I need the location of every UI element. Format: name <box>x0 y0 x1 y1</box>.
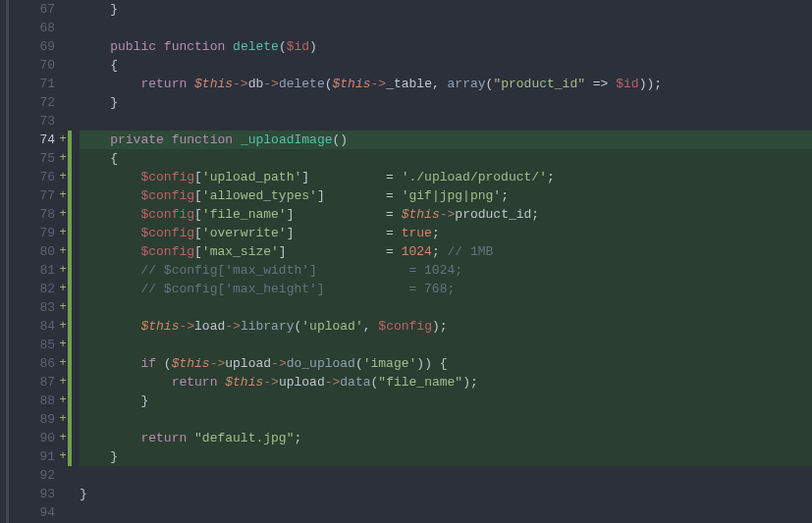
line-number[interactable]: 84 <box>9 317 56 336</box>
line-number-gutter[interactable]: 6768697071727374757677787980818283848586… <box>9 0 58 523</box>
token: product_id <box>455 205 531 224</box>
line-number[interactable]: 91 <box>9 447 56 466</box>
line-number[interactable]: 82 <box>9 280 56 298</box>
code-line[interactable]: $config['upload_path'] = './upload/produ… <box>80 168 812 186</box>
token: "file_name" <box>378 373 462 392</box>
code-line[interactable] <box>80 336 812 354</box>
code-line[interactable]: $config['allowed_types'] = 'gif|jpg|png'… <box>80 186 812 205</box>
code-line[interactable]: $config['max_size'] = 1024; // 1MB <box>80 242 812 261</box>
line-number[interactable]: 92 <box>9 466 56 485</box>
code-line[interactable]: } <box>80 392 812 410</box>
token: load <box>194 317 225 336</box>
line-number[interactable]: 89 <box>9 410 56 429</box>
line-number[interactable]: 79 <box>9 224 56 242</box>
code-line[interactable]: public function delete($id) <box>80 37 812 56</box>
code-line[interactable]: if ($this->upload->do_upload('image')) { <box>80 354 812 373</box>
token: -> <box>210 354 226 373</box>
code-line[interactable]: { <box>80 56 812 75</box>
code-line[interactable]: // $config['max_width'] = 1024; <box>80 261 812 280</box>
code-line[interactable]: $this->load->library('upload', $config); <box>80 317 812 336</box>
token: { <box>80 149 118 168</box>
line-number[interactable]: 86 <box>9 354 56 373</box>
token: upload <box>225 354 271 373</box>
token: )) { <box>416 354 447 373</box>
line-number[interactable]: 83 <box>9 298 56 317</box>
code-line[interactable]: return $this->upload->data("file_name"); <box>80 373 812 392</box>
git-mod-marker <box>58 19 68 37</box>
token: ); <box>432 317 448 336</box>
code-line[interactable] <box>80 410 812 429</box>
line-number[interactable]: 72 <box>9 93 56 112</box>
git-mod-marker: + <box>58 392 68 410</box>
code-line[interactable]: } <box>80 0 812 19</box>
token: => <box>585 75 616 93</box>
code-line[interactable] <box>80 298 812 317</box>
code-line[interactable]: // $config['max_height'] = 768; <box>80 280 812 298</box>
line-number[interactable]: 74 <box>9 131 56 149</box>
line-number[interactable]: 68 <box>9 19 56 37</box>
line-number[interactable]: 67 <box>9 0 56 19</box>
code-line[interactable]: } <box>80 93 812 112</box>
token: 'max_size' <box>202 242 279 261</box>
line-number[interactable]: 78 <box>9 205 56 224</box>
token: public <box>110 37 156 56</box>
token: $config <box>140 224 194 242</box>
token: -> <box>271 354 287 373</box>
line-number[interactable]: 75 <box>9 149 56 168</box>
code-line[interactable]: } <box>80 447 812 466</box>
token: // $config['max_height'] = 768; <box>140 280 455 298</box>
token: ] <box>279 242 287 261</box>
code-line[interactable] <box>80 19 812 37</box>
line-number[interactable]: 73 <box>9 112 56 131</box>
git-mod-marker: + <box>58 280 68 298</box>
token <box>187 429 194 447</box>
token: -> <box>225 317 241 336</box>
token: ; <box>531 205 539 224</box>
code-line[interactable]: return $this->db->delete($this->_table, … <box>80 75 812 93</box>
token <box>164 131 172 149</box>
token: -> <box>263 75 279 93</box>
token: ( <box>294 317 301 336</box>
token: ( <box>156 354 172 373</box>
line-number[interactable]: 85 <box>9 336 56 354</box>
token: $config <box>378 317 432 336</box>
token: $config <box>140 168 194 186</box>
code-line[interactable]: } <box>80 485 812 503</box>
line-number[interactable]: 69 <box>9 37 56 56</box>
token: ] <box>301 168 309 186</box>
line-number[interactable]: 88 <box>9 392 56 410</box>
line-number[interactable]: 90 <box>9 429 56 447</box>
line-number[interactable]: 71 <box>9 75 56 93</box>
code-line[interactable]: $config['file_name'] = $this->product_id… <box>80 205 812 224</box>
code-line[interactable] <box>80 112 812 131</box>
line-number[interactable]: 94 <box>9 503 56 522</box>
token <box>233 131 241 149</box>
token: "default.jpg" <box>194 429 294 447</box>
token: () <box>333 131 349 149</box>
code-line[interactable]: return "default.jpg"; <box>80 429 812 447</box>
token: 'file_name' <box>202 205 287 224</box>
token: return <box>172 373 218 392</box>
token: ; <box>501 186 509 205</box>
code-line[interactable]: { <box>80 149 812 168</box>
token: $this <box>402 205 440 224</box>
line-number[interactable]: 80 <box>9 242 56 261</box>
code-editor[interactable]: 6768697071727374757677787980818283848586… <box>0 0 812 523</box>
token: 'upload' <box>301 317 362 336</box>
code-line[interactable] <box>80 503 812 522</box>
code-line[interactable]: private function _uploadImage() <box>80 131 812 149</box>
line-number[interactable]: 70 <box>9 56 56 75</box>
line-number[interactable]: 87 <box>9 373 56 392</box>
token: $this <box>172 354 210 373</box>
code-line[interactable]: $config['overwrite'] = true; <box>80 224 812 242</box>
line-number[interactable]: 76 <box>9 168 56 186</box>
line-number[interactable]: 77 <box>9 186 56 205</box>
token: $id <box>287 37 309 56</box>
code-line[interactable] <box>80 466 812 485</box>
git-mod-marker: + <box>58 131 68 149</box>
git-mod-marker <box>58 503 68 522</box>
token <box>80 429 140 447</box>
line-number[interactable]: 93 <box>9 485 56 503</box>
code-area[interactable]: } public function delete($id) { return $… <box>72 0 812 523</box>
line-number[interactable]: 81 <box>9 261 56 280</box>
